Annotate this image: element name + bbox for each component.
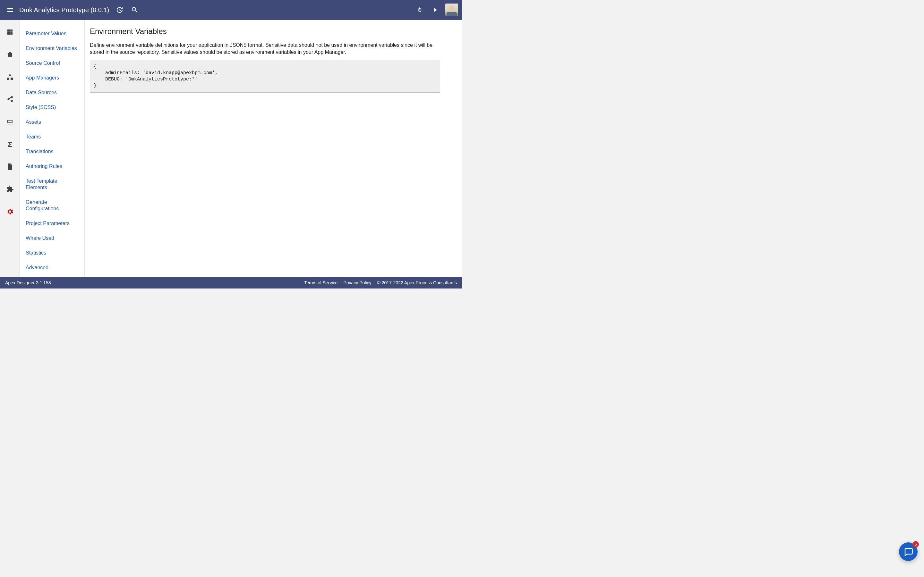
rail-sigma[interactable] bbox=[3, 138, 16, 151]
nav-environment-variables[interactable]: Environment Variables bbox=[20, 41, 84, 56]
sigma-icon bbox=[6, 140, 14, 148]
rail-settings[interactable] bbox=[3, 205, 16, 218]
search-icon bbox=[131, 6, 139, 14]
nav-teams[interactable]: Teams bbox=[20, 129, 84, 144]
app-bar: Dmk Analytics Prototype (0.0.1) bbox=[0, 0, 462, 20]
app-title: Dmk Analytics Prototype (0.0.1) bbox=[18, 6, 111, 14]
rail-apps[interactable] bbox=[3, 26, 16, 39]
history-icon bbox=[115, 6, 123, 14]
icon-rail bbox=[0, 20, 20, 277]
refresh-button[interactable] bbox=[412, 2, 427, 18]
footer-terms[interactable]: Terms of Service bbox=[304, 280, 338, 285]
footer: Apex Designer 2.1.158 Terms of Service P… bbox=[0, 277, 462, 288]
page-description: Define environment variable definitions … bbox=[90, 42, 439, 56]
nav-statistics[interactable]: Statistics bbox=[20, 245, 84, 260]
nav-data-sources[interactable]: Data Sources bbox=[20, 85, 84, 100]
nav-style-scss[interactable]: Style (SCSS) bbox=[20, 100, 84, 115]
shapes-icon bbox=[6, 73, 14, 81]
apps-icon bbox=[6, 28, 14, 36]
page-title: Environment Variables bbox=[90, 27, 456, 36]
rail-shapes[interactable] bbox=[3, 71, 16, 83]
user-avatar[interactable] bbox=[445, 3, 458, 16]
rail-share[interactable] bbox=[3, 93, 16, 106]
nav-assets[interactable]: Assets bbox=[20, 115, 84, 129]
share-icon bbox=[6, 95, 14, 103]
content-area: Environment Variables Define environment… bbox=[85, 20, 462, 277]
search-button[interactable] bbox=[127, 2, 142, 18]
puzzle-icon bbox=[6, 185, 14, 193]
nav-test-template-elements[interactable]: Test Template Elements bbox=[20, 174, 84, 195]
nav-parameter-values[interactable]: Parameter Values bbox=[20, 26, 84, 41]
nav-where-used[interactable]: Where Used bbox=[20, 231, 84, 245]
env-vars-editor[interactable]: { adminEmails: 'david.knapp@apexbpm.com'… bbox=[90, 60, 440, 93]
refresh-icon bbox=[416, 6, 423, 13]
play-icon bbox=[431, 6, 439, 13]
rail-extension[interactable] bbox=[3, 183, 16, 195]
nav-source-control[interactable]: Source Control bbox=[20, 56, 84, 71]
settings-nav: Parameter Values Environment Variables S… bbox=[20, 20, 85, 277]
main-area: Parameter Values Environment Variables S… bbox=[0, 20, 462, 277]
footer-privacy[interactable]: Privacy Policy bbox=[343, 280, 371, 285]
nav-advanced[interactable]: Advanced bbox=[20, 260, 84, 275]
nav-project-parameters[interactable]: Project Parameters bbox=[20, 216, 84, 231]
settings-icon bbox=[6, 208, 14, 215]
footer-version: Apex Designer 2.1.158 bbox=[5, 280, 51, 285]
menu-button[interactable] bbox=[3, 2, 18, 18]
menu-icon bbox=[6, 6, 14, 14]
nav-translations[interactable]: Translations bbox=[20, 144, 84, 159]
laptop-icon bbox=[6, 118, 14, 126]
nav-app-managers[interactable]: App Managers bbox=[20, 71, 84, 85]
nav-authoring-rules[interactable]: Authoring Rules bbox=[20, 159, 84, 174]
rail-page[interactable] bbox=[3, 160, 16, 173]
home-icon bbox=[6, 51, 14, 58]
nav-generate-configurations[interactable]: Generate Configurations bbox=[20, 195, 84, 216]
rail-laptop[interactable] bbox=[3, 115, 16, 128]
footer-copyright: © 2017-2022 Apex Process Consultants bbox=[377, 280, 457, 285]
play-button[interactable] bbox=[427, 2, 443, 18]
rail-home[interactable] bbox=[3, 48, 16, 61]
history-button[interactable] bbox=[111, 2, 127, 18]
page-icon bbox=[6, 163, 14, 171]
